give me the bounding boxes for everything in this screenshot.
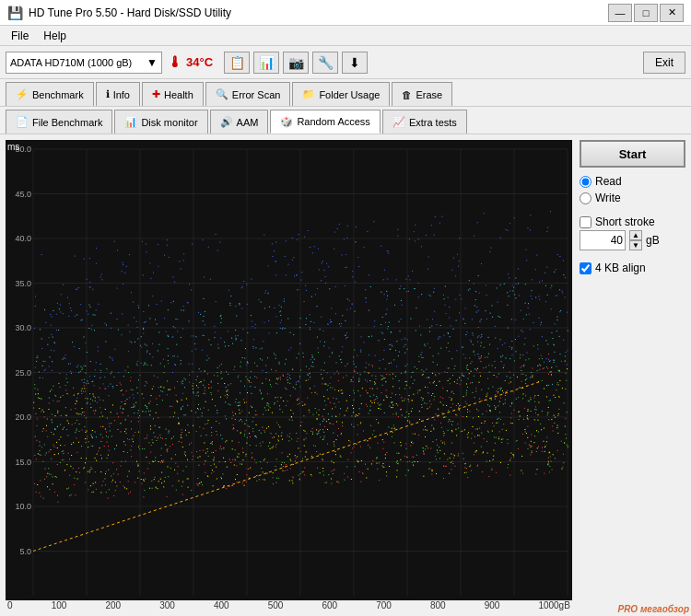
tabs-row1-container: ⚡ Benchmark ℹ Info ✚ Health 🔍 Error Scan… xyxy=(0,79,691,134)
short-stroke-checkbox[interactable] xyxy=(580,216,591,228)
toolbar-icons: 📋 📊 📷 🔧 ⬇ xyxy=(224,52,368,74)
minimize-button[interactable]: — xyxy=(608,4,632,22)
tab-erase-label: Erase xyxy=(416,89,442,100)
menu-file[interactable]: File xyxy=(4,28,36,44)
thermometer-icon: 🌡 xyxy=(168,54,182,71)
copy-icon[interactable]: 📋 xyxy=(224,52,250,74)
tab-file-benchmark[interactable]: 📄 File Benchmark xyxy=(6,110,112,134)
tab-erase[interactable]: 🗑 Erase xyxy=(392,82,452,106)
tab-error-scan-label: Error Scan xyxy=(232,89,281,100)
maximize-button[interactable]: □ xyxy=(634,4,658,22)
drive-label: ADATA HD710M (1000 gB) xyxy=(10,57,146,68)
short-stroke-label: Short stroke xyxy=(595,215,655,228)
window-title: HD Tune Pro 5.50 - Hard Disk/SSD Utility xyxy=(29,6,608,19)
tab-disk-monitor-label: Disk monitor xyxy=(141,117,197,128)
write-label: Write xyxy=(595,192,621,204)
tab-disk-monitor[interactable]: 📊 Disk monitor xyxy=(114,110,207,134)
dropdown-arrow-icon: ▼ xyxy=(146,56,158,69)
tab-info[interactable]: ℹ Info xyxy=(96,82,140,106)
write-radio-label[interactable]: Write xyxy=(580,192,685,204)
extra-tests-icon: 📈 xyxy=(392,116,405,128)
tab-info-label: Info xyxy=(113,89,130,100)
benchmark-icon: ⚡ xyxy=(16,88,29,100)
mode-radio-group: Read Write xyxy=(580,175,685,204)
toolbar: ADATA HD710M (1000 gB) ▼ 🌡 34°C 📋 📊 📷 🔧 … xyxy=(0,46,691,79)
align-section: 4 KB align xyxy=(580,258,685,274)
settings-icon[interactable]: 🔧 xyxy=(312,52,338,74)
temperature-display: 🌡 34°C xyxy=(168,54,213,71)
y-axis-unit: ms xyxy=(7,142,19,152)
tabs-row2: 📄 File Benchmark 📊 Disk monitor 🔊 AAM 🎲 … xyxy=(0,107,691,134)
read-radio[interactable] xyxy=(580,176,591,188)
drive-selector[interactable]: ADATA HD710M (1000 gB) ▼ xyxy=(6,52,162,74)
tabs-row1: ⚡ Benchmark ℹ Info ✚ Health 🔍 Error Scan… xyxy=(0,79,691,107)
x-axis-labels: 0 100 200 300 400 500 600 700 800 900 10… xyxy=(6,600,572,610)
menu-bar: File Help xyxy=(0,26,691,46)
close-button[interactable]: ✕ xyxy=(660,4,684,22)
align-label: 4 KB align xyxy=(595,262,646,274)
tab-file-benchmark-label: File Benchmark xyxy=(32,117,102,128)
tab-benchmark-label: Benchmark xyxy=(32,89,84,100)
chart-area: ms 0 100 200 300 400 500 600 700 800 900… xyxy=(6,140,572,610)
tab-folder-usage[interactable]: 📁 Folder Usage xyxy=(292,82,390,106)
info-icon: ℹ xyxy=(106,88,110,100)
tab-aam-label: AAM xyxy=(237,117,259,128)
tab-health[interactable]: ✚ Health xyxy=(142,82,204,106)
short-stroke-checkbox-label[interactable]: Short stroke xyxy=(580,215,685,228)
tab-random-access-label: Random Access xyxy=(297,116,369,127)
folder-icon: 📁 xyxy=(302,88,315,100)
tab-folder-usage-label: Folder Usage xyxy=(319,89,380,100)
app-icon: 💾 xyxy=(7,6,23,20)
spin-buttons: ▲ ▼ xyxy=(629,230,642,250)
spin-down-button[interactable]: ▼ xyxy=(629,240,642,250)
menu-help[interactable]: Help xyxy=(36,28,74,44)
chart-icon[interactable]: 📊 xyxy=(253,52,279,74)
tab-extra-tests[interactable]: 📈 Extra tests xyxy=(382,110,467,134)
random-access-icon: 🎲 xyxy=(280,116,293,128)
align-checkbox-label[interactable]: 4 KB align xyxy=(580,262,685,274)
spin-up-button[interactable]: ▲ xyxy=(629,230,642,240)
watermark: PRO мегаобзор xyxy=(617,604,689,614)
tab-aam[interactable]: 🔊 AAM xyxy=(210,110,269,134)
exit-button[interactable]: Exit xyxy=(643,52,685,74)
write-radio[interactable] xyxy=(580,192,591,204)
right-panel: Start Read Write Short stroke ▲ ▼ xyxy=(580,140,685,610)
scatter-chart xyxy=(6,140,572,600)
short-stroke-section: Short stroke ▲ ▼ gB xyxy=(580,212,685,250)
disk-monitor-icon: 📊 xyxy=(124,116,137,128)
main-content: ms 0 100 200 300 400 500 600 700 800 900… xyxy=(0,134,691,616)
aam-icon: 🔊 xyxy=(220,116,233,128)
title-bar: 💾 HD Tune Pro 5.50 - Hard Disk/SSD Utili… xyxy=(0,0,691,26)
short-stroke-input-group: ▲ ▼ gB xyxy=(580,230,685,250)
error-scan-icon: 🔍 xyxy=(216,88,228,100)
health-icon: ✚ xyxy=(152,88,160,100)
file-benchmark-icon: 📄 xyxy=(16,116,29,128)
temperature-value: 34°C xyxy=(186,55,213,69)
start-button[interactable]: Start xyxy=(580,140,685,168)
tab-benchmark[interactable]: ⚡ Benchmark xyxy=(6,82,94,106)
erase-icon: 🗑 xyxy=(402,89,412,100)
download-icon[interactable]: ⬇ xyxy=(342,52,368,74)
tab-random-access[interactable]: 🎲 Random Access xyxy=(270,110,380,134)
chart-wrapper: ms xyxy=(6,140,572,600)
short-stroke-input[interactable] xyxy=(580,230,626,250)
tab-extra-tests-label: Extra tests xyxy=(409,117,457,128)
align-checkbox[interactable] xyxy=(580,262,591,274)
read-label: Read xyxy=(595,175,622,188)
window-controls: — □ ✕ xyxy=(608,4,684,22)
tab-error-scan[interactable]: 🔍 Error Scan xyxy=(205,82,291,106)
camera-icon[interactable]: 📷 xyxy=(283,52,309,74)
tab-health-label: Health xyxy=(164,89,193,100)
gb-unit-label: gB xyxy=(646,234,660,247)
read-radio-label[interactable]: Read xyxy=(580,175,685,188)
